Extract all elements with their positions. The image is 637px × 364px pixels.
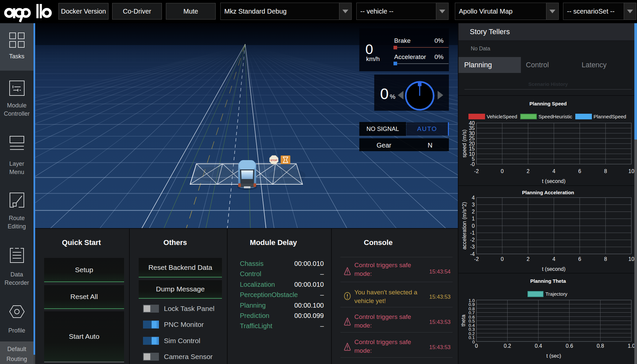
svg-text:0: 0	[472, 339, 475, 344]
svg-text:-2: -2	[474, 256, 479, 262]
svg-text:0.5: 0.5	[468, 319, 475, 324]
svg-text:-2: -2	[470, 237, 475, 243]
svg-text:6: 6	[578, 256, 581, 262]
svg-text:0.7: 0.7	[468, 310, 475, 315]
svg-text:speed (m/s): speed (m/s)	[461, 130, 467, 157]
svg-text:0.1: 0.1	[468, 335, 475, 340]
svg-text:15: 15	[469, 146, 475, 152]
svg-text:4: 4	[552, 168, 555, 174]
svg-text:0.2: 0.2	[504, 343, 511, 349]
svg-text:STOP: STOP	[270, 159, 277, 162]
svg-text:0.8: 0.8	[468, 306, 475, 311]
svg-text:0: 0	[501, 256, 504, 262]
svg-text:0.3: 0.3	[468, 327, 475, 332]
svg-text:10: 10	[628, 168, 634, 174]
svg-text:40: 40	[469, 120, 475, 126]
svg-text:0: 0	[472, 223, 475, 229]
svg-text:25: 25	[469, 136, 475, 141]
svg-text:theta: theta	[460, 315, 466, 327]
svg-text:2: 2	[527, 168, 530, 174]
svg-text:1.0: 1.0	[628, 343, 635, 349]
svg-text:3: 3	[472, 202, 475, 208]
svg-text:0.4: 0.4	[468, 323, 475, 328]
svg-text:2: 2	[527, 256, 530, 262]
svg-text:-0: -0	[470, 161, 475, 167]
svg-text:t (sec): t (sec)	[546, 353, 561, 359]
svg-text:0.6: 0.6	[468, 315, 475, 320]
svg-text:0.2: 0.2	[468, 331, 475, 336]
svg-text:10: 10	[628, 256, 634, 262]
svg-text:20: 20	[469, 141, 475, 147]
svg-text:0.8: 0.8	[597, 343, 604, 349]
svg-text:0.6: 0.6	[566, 343, 573, 349]
svg-text:-1: -1	[470, 230, 475, 236]
svg-text:t (second): t (second)	[542, 178, 565, 184]
svg-text:0: 0	[501, 168, 504, 174]
svg-text:0.4: 0.4	[535, 343, 542, 349]
svg-text:t (second): t (second)	[542, 266, 565, 272]
svg-text:10: 10	[469, 151, 475, 157]
svg-text:4: 4	[472, 195, 475, 201]
svg-text:acceleration (m/s^2): acceleration (m/s^2)	[461, 202, 467, 250]
svg-text:1.0: 1.0	[468, 298, 475, 303]
svg-text:-3: -3	[470, 244, 475, 250]
svg-text:5: 5	[472, 156, 475, 162]
svg-text:0.9: 0.9	[468, 302, 475, 307]
svg-text:1: 1	[472, 216, 475, 221]
svg-text:8: 8	[604, 256, 607, 262]
svg-text:8: 8	[604, 168, 607, 174]
svg-text:6: 6	[578, 168, 581, 174]
svg-text:4: 4	[552, 256, 555, 262]
svg-text:-4: -4	[470, 251, 475, 257]
svg-text:2: 2	[472, 209, 475, 214]
svg-text:30: 30	[469, 131, 475, 136]
svg-text:0: 0	[475, 343, 478, 349]
svg-text:35: 35	[469, 125, 475, 131]
svg-text:-2: -2	[474, 168, 479, 174]
